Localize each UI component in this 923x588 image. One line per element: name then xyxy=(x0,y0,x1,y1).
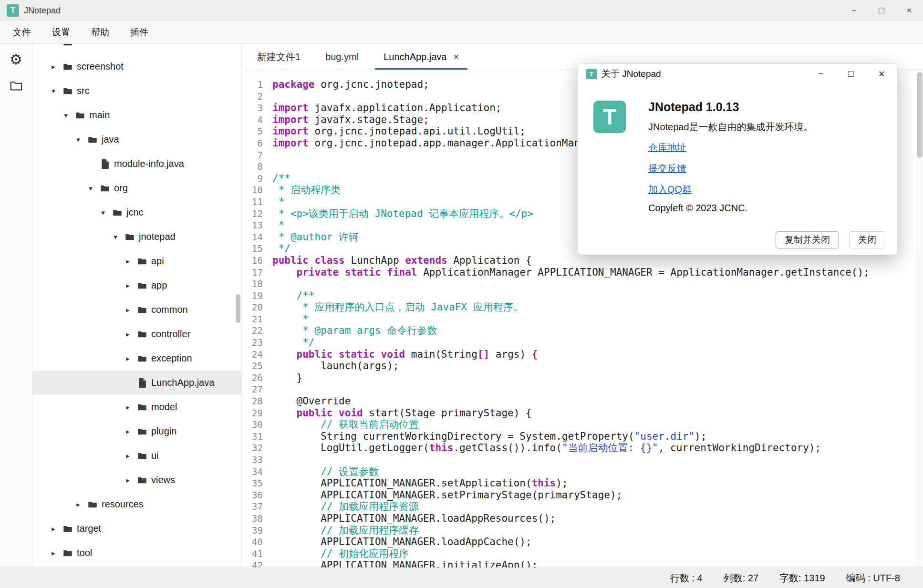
chevron-down-icon[interactable]: ▾ xyxy=(60,111,72,120)
tree-item-lunchapp-java[interactable]: LunchApp.java xyxy=(32,371,241,395)
line-number: 13 xyxy=(242,219,263,231)
chevron-right-icon[interactable]: ▸ xyxy=(122,257,134,266)
code-line: APPLICATION_MANAGER.loadAppCache(); xyxy=(272,536,916,548)
line-number: 1 xyxy=(242,79,263,91)
chevron-right-icon[interactable]: ▸ xyxy=(122,427,134,436)
tree-item-model[interactable]: ▸model xyxy=(32,395,241,419)
code-line: // 设置参数 xyxy=(272,466,916,478)
chevron-right-icon[interactable]: ▸ xyxy=(47,525,60,533)
tree-item-controller[interactable]: ▸controller xyxy=(32,322,241,346)
folder-icon xyxy=(124,232,135,242)
folder-icon xyxy=(137,402,147,413)
about-dialog-titlebar: T 关于 JNotepad − □ × xyxy=(578,64,897,84)
tree-item-exception[interactable]: ▸exception xyxy=(32,346,241,371)
chevron-right-icon[interactable]: ▸ xyxy=(47,549,60,557)
tab-lunchapp-java[interactable]: LunchApp.java× xyxy=(371,44,471,70)
link-submit-feedback[interactable]: 提交反馈 xyxy=(648,162,686,175)
tree-item-screenshot[interactable]: ▸screenshot xyxy=(32,54,241,79)
tree-item-partially-visible-item[interactable] xyxy=(32,44,241,54)
code-line: String currentWorkingDirectory = System.… xyxy=(272,431,916,443)
chevron-right-icon[interactable]: ▸ xyxy=(72,500,84,509)
dialog-title: 关于 JNotepad xyxy=(602,68,661,80)
chevron-down-icon[interactable]: ▾ xyxy=(109,233,122,241)
link-join-qq-group[interactable]: 加入QQ群 xyxy=(648,183,692,196)
tree-item-label: java xyxy=(102,134,119,145)
gear-icon[interactable]: ⚙ xyxy=(10,52,22,67)
tree-item-src[interactable]: ▾src xyxy=(32,79,241,103)
editor-scrollbar[interactable] xyxy=(916,70,923,567)
about-buttons: 复制并关闭关闭 xyxy=(776,231,885,248)
chevron-down-icon[interactable]: ▾ xyxy=(97,208,109,217)
tree-item-views[interactable]: ▸views xyxy=(32,468,241,492)
tree-item-common[interactable]: ▸common xyxy=(32,298,241,322)
code-line xyxy=(272,278,916,290)
line-number: 29 xyxy=(242,407,263,419)
folder-icon xyxy=(137,305,147,315)
tree-item-api[interactable]: ▸api xyxy=(32,249,241,273)
maximize-button[interactable]: □ xyxy=(868,0,895,21)
copy-and-close-button[interactable]: 复制并关闭 xyxy=(776,231,839,248)
tree-item-main[interactable]: ▾main xyxy=(32,103,241,127)
tree-item-resources[interactable]: ▸resources xyxy=(32,492,241,516)
code-line: * 应用程序的入口点，启动 JavaFX 应用程序。 xyxy=(272,301,916,313)
dialog-close-icon[interactable]: × xyxy=(879,69,885,80)
code-line xyxy=(272,454,916,466)
tree-item-module-info-java[interactable]: module-info.java xyxy=(32,152,241,176)
tree-item-plugin[interactable]: ▸plugin xyxy=(32,419,241,444)
dialog-minimize-button[interactable]: − xyxy=(818,69,823,80)
tree-item-ui[interactable]: ▸ui xyxy=(32,444,241,468)
close-button[interactable]: × xyxy=(895,0,923,21)
menu-item-help[interactable]: 帮助 xyxy=(81,26,120,39)
chevron-right-icon[interactable]: ▸ xyxy=(122,306,134,314)
chevron-right-icon[interactable]: ▸ xyxy=(122,330,134,339)
line-number: 37 xyxy=(242,501,263,513)
about-copyright: Copyleft © 2023 JCNC. xyxy=(648,203,883,214)
tree-item-target[interactable]: ▸target xyxy=(32,516,241,541)
folder-icon[interactable] xyxy=(9,78,23,93)
folder-icon xyxy=(137,426,147,437)
chevron-right-icon[interactable]: ▸ xyxy=(122,281,134,290)
chevron-right-icon[interactable]: ▸ xyxy=(47,62,60,71)
tree-item-jcnc[interactable]: ▾jcnc xyxy=(32,200,241,225)
title-bar: T JNotepad − □ × xyxy=(0,0,923,21)
line-number: 41 xyxy=(242,548,263,560)
tree-item-org[interactable]: ▾org xyxy=(32,176,241,200)
line-number: 21 xyxy=(242,313,263,325)
code-line: @Override xyxy=(272,395,916,407)
line-number: 16 xyxy=(242,255,263,267)
tree-item-label: jcnc xyxy=(126,207,144,218)
folder-icon xyxy=(100,183,110,194)
tree-item-jnotepad[interactable]: ▾jnotepad xyxy=(32,225,241,249)
line-number: 12 xyxy=(242,208,263,220)
editor-scrollbar-thumb[interactable] xyxy=(917,72,923,158)
tab-bug-yml[interactable]: bug.yml xyxy=(313,44,371,70)
chevron-right-icon[interactable]: ▸ xyxy=(122,476,134,485)
line-number: 39 xyxy=(242,525,263,536)
tree-item-tool[interactable]: ▸tool xyxy=(32,541,241,565)
tab-new-file-1[interactable]: 新建文件1 xyxy=(245,44,313,70)
chevron-down-icon[interactable]: ▾ xyxy=(84,184,97,193)
tree-scrollbar-thumb[interactable] xyxy=(236,294,240,323)
chevron-right-icon[interactable]: ▸ xyxy=(122,403,134,412)
dialog-maximize-button[interactable]: □ xyxy=(848,69,853,80)
close-tab-icon[interactable]: × xyxy=(453,52,459,62)
menu-item-plugins[interactable]: 插件 xyxy=(120,26,159,39)
chevron-right-icon[interactable]: ▸ xyxy=(122,354,134,363)
line-number: 25 xyxy=(242,360,263,372)
folder-icon xyxy=(62,524,73,534)
menu-item-settings[interactable]: 设置 xyxy=(41,26,81,39)
chevron-down-icon[interactable]: ▾ xyxy=(72,135,84,144)
menu-item-file[interactable]: 文件 xyxy=(2,26,41,39)
code-line: */ xyxy=(272,337,916,349)
chevron-right-icon[interactable]: ▸ xyxy=(122,452,134,460)
link-repo-address[interactable]: 仓库地址 xyxy=(648,141,686,154)
tree-item-label: model xyxy=(151,402,177,413)
close-dialog-button[interactable]: 关闭 xyxy=(849,231,885,248)
line-number: 36 xyxy=(242,489,263,501)
tree-item-app[interactable]: ▸app xyxy=(32,273,241,298)
tree-item-java[interactable]: ▾java xyxy=(32,127,241,152)
about-heading: JNotepad 1.0.13 xyxy=(648,100,883,114)
code-line: APPLICATION_MANAGER.loadAppResources(); xyxy=(272,513,916,525)
minimize-button[interactable]: − xyxy=(840,0,868,21)
chevron-down-icon[interactable]: ▾ xyxy=(47,87,60,95)
